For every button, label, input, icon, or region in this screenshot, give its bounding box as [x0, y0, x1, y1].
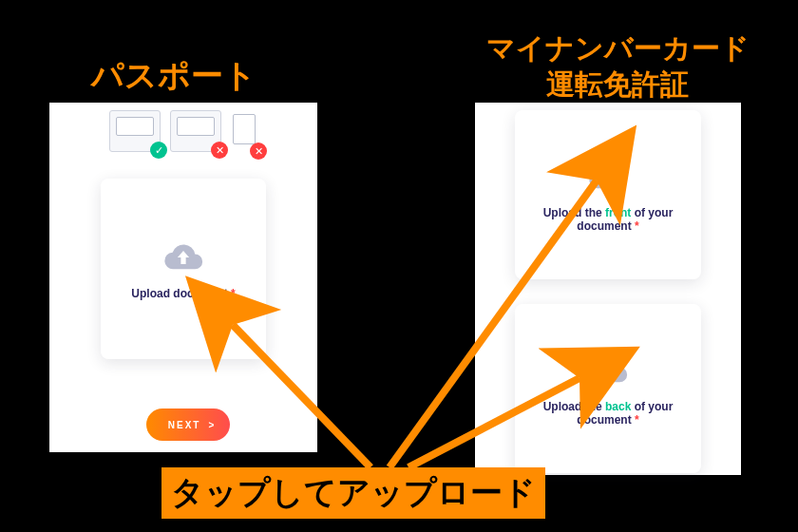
title-right-line2: 運転免許証 — [466, 66, 770, 103]
thumb-bad-example-2: ✕ — [231, 110, 257, 152]
cloud-upload-icon — [588, 157, 628, 197]
next-button[interactable]: NEXT > — [146, 408, 230, 441]
thumb-bad-example-1: ✕ — [170, 110, 221, 152]
cross-icon: ✕ — [250, 142, 267, 160]
thumb-good-example: ✓ — [109, 110, 161, 152]
caption-tap-to-upload: タップしてアップロード — [162, 467, 545, 519]
upload-back-label: Upload the back of your document * — [515, 400, 701, 427]
cloud-upload-icon — [163, 238, 203, 277]
upload-document-card[interactable]: Upload document * — [101, 179, 266, 359]
upload-document-label: Upload document * — [118, 287, 248, 300]
title-passport: パスポート — [91, 55, 256, 96]
card-id-panel: Upload the front of your document * Uplo… — [475, 103, 741, 475]
check-icon: ✓ — [150, 142, 167, 159]
cloud-upload-icon — [588, 351, 628, 390]
upload-back-card[interactable]: Upload the back of your document * — [515, 304, 701, 473]
upload-front-card[interactable]: Upload the front of your document * — [515, 110, 701, 279]
title-mynumber-license: マイナンバーカード 運転免許証 — [466, 30, 770, 102]
next-button-label: NEXT — [168, 420, 201, 430]
chevron-right-icon: > — [208, 420, 216, 430]
example-thumbnails: ✓ ✕ ✕ — [49, 103, 317, 152]
cross-icon: ✕ — [211, 142, 228, 159]
upload-front-label: Upload the front of your document * — [515, 206, 701, 233]
title-right-line1: マイナンバーカード — [466, 30, 770, 66]
passport-panel: ✓ ✕ ✕ Upload document * NEXT > — [49, 103, 317, 452]
